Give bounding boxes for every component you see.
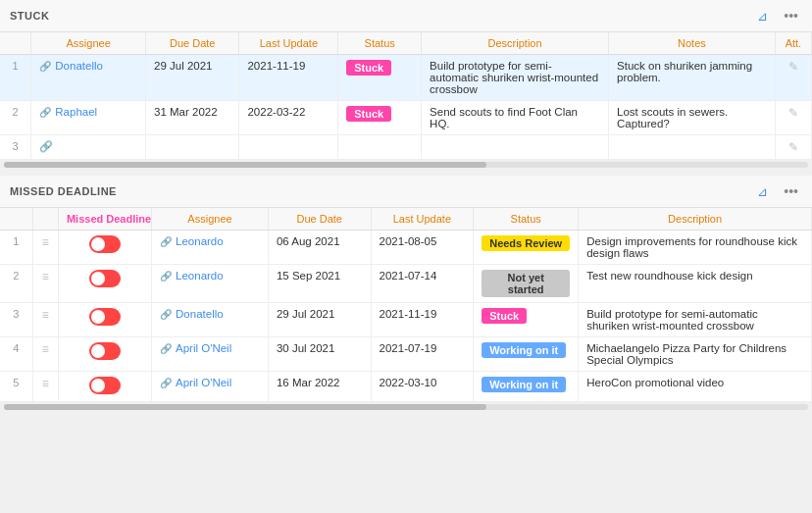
row-desc: Build prototype for semi-automatic shuri… <box>579 303 812 337</box>
row-number: 3 <box>0 135 31 160</box>
stuck-col-att[interactable]: Att. <box>775 32 811 55</box>
missed-table: Missed Deadline? Assignee Due Date Last … <box>0 208 812 402</box>
stuck-col-desc[interactable]: Description <box>422 32 609 55</box>
row-assignee[interactable]: 🔗 April O'Neil <box>152 372 269 402</box>
missed-col-missed[interactable]: Missed Deadline? <box>58 208 151 231</box>
stuck-header-row: Assignee Due Date Last Update Status Des… <box>0 32 812 55</box>
row-assignee[interactable]: 🔗 Raphael <box>31 101 146 135</box>
stuck-scrollbar-thumb <box>4 162 486 168</box>
row-lastupdate: 2021-08-05 <box>371 231 474 265</box>
row-hamburger[interactable]: ≡ <box>32 265 58 303</box>
stuck-col-lastupdate[interactable]: Last Update <box>239 32 338 55</box>
missed-table-container: Missed Deadline? Assignee Due Date Last … <box>0 208 812 402</box>
missed-row: 5 ≡ 🔗 April O'Neil 16 Mar 2022 2022-03-1… <box>0 372 812 402</box>
link-icon: 🔗 <box>160 236 172 247</box>
row-status: Working on it <box>474 337 579 372</box>
row-desc: Send scouts to find Foot Clan HQ. <box>422 101 609 135</box>
link-icon: 🔗 <box>39 61 51 72</box>
row-desc: Michaelangelo Pizza Party for Childrens … <box>579 337 812 372</box>
stuck-scrollbar-track <box>4 162 808 168</box>
link-icon: 🔗 <box>160 271 172 282</box>
stuck-scrollbar[interactable] <box>0 160 812 170</box>
row-lastupdate: 2022-03-22 <box>239 101 338 135</box>
missed-row: 1 ≡ 🔗 Leonardo 06 Aug 2021 2021-08-05 Ne… <box>0 231 812 265</box>
row-due: 29 Jul 2021 <box>268 303 371 337</box>
row-due: 31 Mar 2022 <box>146 101 239 135</box>
row-number: 1 <box>0 55 31 101</box>
row-hamburger[interactable]: ≡ <box>32 231 58 265</box>
link-icon: 🔗 <box>160 343 172 354</box>
row-number: 3 <box>0 303 32 337</box>
missed-toggle[interactable] <box>89 308 121 326</box>
missed-filter-button[interactable]: ⊿ <box>753 182 772 201</box>
missed-col-status[interactable]: Status <box>474 208 579 231</box>
row-att: ✎ <box>775 55 811 101</box>
row-notes: Stuck on shuriken jamming problem. <box>609 55 776 101</box>
row-lastupdate: 2021-11-19 <box>371 303 474 337</box>
row-notes: Lost scouts in sewers. Captured? <box>609 101 776 135</box>
missed-header-row: Missed Deadline? Assignee Due Date Last … <box>0 208 812 231</box>
row-toggle[interactable] <box>58 337 151 372</box>
row-assignee[interactable]: 🔗 <box>31 135 146 160</box>
row-lastupdate: 2021-07-19 <box>371 337 474 372</box>
stuck-row: 3 🔗 ✎ <box>0 135 812 160</box>
link-icon: 🔗 <box>160 378 172 388</box>
missed-col-ham <box>32 208 58 231</box>
row-assignee[interactable]: 🔗 April O'Neil <box>152 337 269 372</box>
stuck-col-notes[interactable]: Notes <box>609 32 776 55</box>
missed-row: 2 ≡ 🔗 Leonardo 15 Sep 2021 2021-07-14 No… <box>0 265 812 303</box>
row-assignee[interactable]: 🔗 Donatello <box>31 55 146 101</box>
row-toggle[interactable] <box>58 372 151 402</box>
row-hamburger[interactable]: ≡ <box>32 372 58 402</box>
stuck-header: STUCK ⊿ ••• <box>0 0 812 32</box>
missed-more-button[interactable]: ••• <box>780 181 802 201</box>
stuck-col-status[interactable]: Status <box>338 32 422 55</box>
row-due: 06 Aug 2021 <box>268 231 371 265</box>
link-icon: 🔗 <box>160 309 172 320</box>
link-icon: 🔗 <box>39 107 51 118</box>
stuck-col-due[interactable]: Due Date <box>146 32 239 55</box>
row-hamburger[interactable]: ≡ <box>32 337 58 372</box>
row-lastupdate: 2021-07-14 <box>371 265 474 303</box>
missed-col-desc[interactable]: Description <box>579 208 812 231</box>
row-assignee[interactable]: 🔗 Leonardo <box>152 265 269 303</box>
missed-toggle[interactable] <box>89 377 121 394</box>
row-toggle[interactable] <box>58 303 151 337</box>
row-toggle[interactable] <box>58 265 151 303</box>
missed-col-due[interactable]: Due Date <box>268 208 371 231</box>
row-desc: Build prototype for semi-automatic shuri… <box>422 55 609 101</box>
missed-actions: ⊿ ••• <box>753 181 802 201</box>
row-due: 15 Sep 2021 <box>268 265 371 303</box>
row-status <box>338 135 422 160</box>
missed-toggle[interactable] <box>89 235 121 253</box>
row-desc: HeroCon promotional video <box>579 372 812 402</box>
row-hamburger[interactable]: ≡ <box>32 303 58 337</box>
row-att: ✎ <box>775 101 811 135</box>
row-assignee[interactable]: 🔗 Donatello <box>152 303 269 337</box>
row-desc: Test new roundhouse kick design <box>579 265 812 303</box>
stuck-section: STUCK ⊿ ••• Assignee Due Date Last Updat… <box>0 0 812 170</box>
stuck-row: 2 🔗 Raphael 31 Mar 2022 2022-03-22 Stuck… <box>0 101 812 135</box>
stuck-filter-button[interactable]: ⊿ <box>753 7 772 26</box>
row-number: 1 <box>0 231 32 265</box>
row-assignee[interactable]: 🔗 Leonardo <box>152 231 269 265</box>
missed-scrollbar[interactable] <box>0 402 812 412</box>
stuck-title: STUCK <box>10 10 49 22</box>
missed-toggle[interactable] <box>89 270 121 287</box>
missed-toggle[interactable] <box>89 342 121 360</box>
row-status: Needs Review <box>474 231 579 265</box>
row-desc <box>422 135 609 160</box>
row-status: Stuck <box>338 55 422 101</box>
stuck-col-num <box>0 32 31 55</box>
stuck-more-button[interactable]: ••• <box>780 6 802 26</box>
missed-col-num <box>0 208 32 231</box>
row-number: 5 <box>0 372 32 402</box>
missed-col-lastupdate[interactable]: Last Update <box>371 208 474 231</box>
row-due: 30 Jul 2021 <box>268 337 371 372</box>
missed-col-assignee[interactable]: Assignee <box>152 208 269 231</box>
missed-header: MISSED DEADLINE ⊿ ••• <box>0 176 812 208</box>
stuck-col-assignee[interactable]: Assignee <box>31 32 146 55</box>
row-lastupdate: 2022-03-10 <box>371 372 474 402</box>
row-toggle[interactable] <box>58 231 151 265</box>
row-lastupdate: 2021-11-19 <box>239 55 338 101</box>
